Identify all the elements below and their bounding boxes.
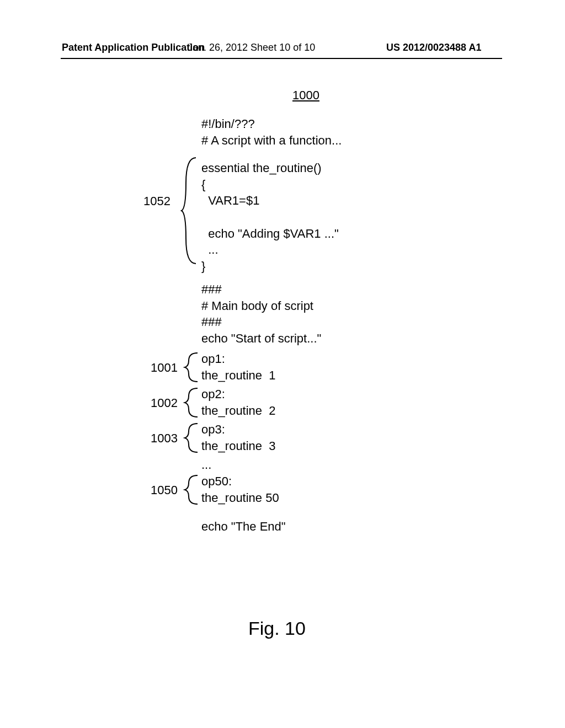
code-op3: op3: the_routine 3 bbox=[201, 421, 276, 454]
code-op50: op50: the_routine 50 bbox=[201, 473, 279, 506]
code-main: ### # Main body of script ### echo "Star… bbox=[201, 281, 321, 347]
code-op1: op1: the_routine 1 bbox=[201, 351, 276, 383]
header-left: Patent Application Publication bbox=[62, 42, 205, 53]
brace-1001-icon bbox=[182, 351, 200, 384]
label-1050: 1050 bbox=[151, 483, 178, 497]
brace-1050-icon bbox=[182, 473, 200, 506]
page: Patent Application Publication Jan. 26, … bbox=[0, 0, 565, 728]
header-rule bbox=[61, 58, 502, 59]
code-routine: essential the_routine() { VAR1=$1 echo "… bbox=[201, 160, 339, 275]
label-1001: 1001 bbox=[151, 361, 178, 375]
brace-1052-icon bbox=[179, 156, 199, 266]
label-1052: 1052 bbox=[143, 194, 170, 208]
header-center: Jan. 26, 2012 Sheet 10 of 10 bbox=[188, 42, 315, 53]
brace-1002-icon bbox=[182, 386, 200, 419]
label-1002: 1002 bbox=[151, 396, 178, 410]
label-1003: 1003 bbox=[151, 431, 178, 446]
code-ellipsis: ... bbox=[201, 457, 211, 473]
brace-1003-icon bbox=[182, 421, 200, 454]
figure-caption: Fig. 10 bbox=[248, 618, 306, 639]
code-end: echo "The End" bbox=[201, 518, 286, 535]
header-right: US 2012/0023488 A1 bbox=[386, 42, 481, 53]
code-shebang: #!/bin/??? # A script with a function... bbox=[201, 116, 342, 148]
figure-number: 1000 bbox=[292, 88, 319, 103]
code-op2: op2: the_routine 2 bbox=[201, 386, 276, 419]
